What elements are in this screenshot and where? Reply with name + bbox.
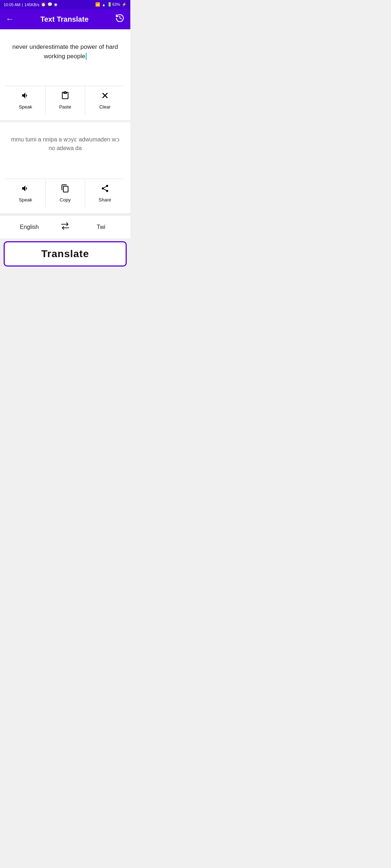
charging-icon: ⚡ [122, 2, 127, 7]
output-text-content: mmu tumi a nnipa a wɔyɛ adwumaden wɔ no … [11, 136, 119, 151]
paste-input-button[interactable]: Paste [46, 86, 85, 115]
page-title: Text Translate [14, 15, 115, 24]
speed: | [22, 3, 23, 7]
share-output-button[interactable]: Share [85, 179, 125, 208]
vpn-icon: ◉ [54, 2, 58, 7]
wifi-icon: ▲ [102, 3, 106, 7]
paste-input-icon [61, 91, 70, 102]
output-action-row: Speak Copy Share [6, 179, 125, 208]
output-section: mmu tumi a nnipa a wɔyɛ adwumaden wɔ no … [0, 122, 130, 214]
speak-output-label: Speak [19, 197, 32, 203]
app-header: ← Text Translate [0, 9, 130, 29]
speak-input-button[interactable]: Speak [6, 86, 46, 115]
text-cursor [86, 53, 87, 60]
copy-output-icon [61, 184, 70, 195]
share-output-icon [101, 184, 109, 195]
input-action-row: Speak Paste Clear [6, 86, 125, 115]
signal-icon: 📶 [95, 2, 100, 7]
speak-output-button[interactable]: Speak [6, 179, 46, 208]
clear-input-label: Clear [99, 104, 110, 110]
clear-input-button[interactable]: Clear [85, 86, 125, 115]
language-bar: English Twi [0, 215, 130, 238]
translate-button[interactable]: Translate [4, 241, 127, 267]
clear-input-icon [101, 91, 109, 102]
whatsapp-icon: 💬 [47, 2, 52, 7]
status-left: 10:05 AM | 145KB/s ⏰ 💬 ◉ [4, 2, 58, 7]
share-output-label: Share [98, 197, 111, 203]
time: 10:05 AM [4, 3, 20, 7]
speak-output-icon [21, 184, 30, 195]
input-text-content: never underestimate the power of hard wo… [12, 43, 118, 60]
speak-input-label: Speak [19, 104, 32, 110]
input-text-display: never underestimate the power of hard wo… [6, 35, 125, 86]
speak-input-icon [21, 91, 30, 102]
output-text-display: mmu tumi a nnipa a wɔyɛ adwumaden wɔ no … [6, 128, 125, 179]
status-right: 📶 ▲ 🔋63% ⚡ [95, 2, 127, 7]
status-bar: 10:05 AM | 145KB/s ⏰ 💬 ◉ 📶 ▲ 🔋63% ⚡ [0, 0, 130, 9]
copy-output-label: Copy [60, 197, 71, 203]
input-section: never underestimate the power of hard wo… [0, 29, 130, 121]
alarm-icon: ⏰ [41, 2, 46, 7]
copy-output-button[interactable]: Copy [46, 179, 85, 208]
source-language-button[interactable]: English [3, 222, 56, 233]
network-speed: 145KB/s [24, 3, 39, 7]
battery-icon: 🔋63% [107, 2, 120, 7]
back-button[interactable]: ← [6, 14, 14, 24]
paste-input-label: Paste [59, 104, 71, 110]
target-language-button[interactable]: Twi [75, 222, 127, 233]
history-button[interactable] [115, 13, 125, 25]
swap-languages-button[interactable] [56, 220, 75, 234]
